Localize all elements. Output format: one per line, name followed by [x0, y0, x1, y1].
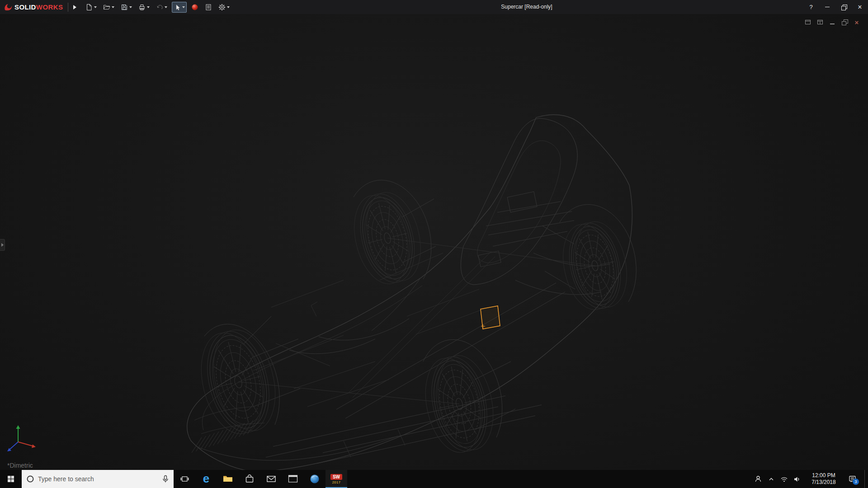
envelope-icon — [266, 474, 277, 484]
side-panel-expand-tab[interactable] — [0, 239, 5, 251]
doc-window-button[interactable] — [816, 18, 824, 26]
taskbar-clock[interactable]: 12:00 PM 7/13/2018 — [806, 472, 842, 486]
windows-logo-icon — [7, 475, 14, 483]
notification-badge: 3 — [853, 479, 859, 485]
window-icon — [816, 19, 824, 26]
wifi-icon — [780, 476, 788, 483]
edge-icon: e — [203, 473, 209, 484]
microphone-icon[interactable] — [162, 475, 169, 483]
solidworks-app-icon: SW 2017 — [330, 474, 342, 484]
mail-button[interactable] — [260, 470, 282, 488]
cortana-icon — [26, 475, 34, 483]
blue-orb-icon — [309, 474, 320, 484]
restore-icon — [842, 19, 848, 25]
people-button[interactable] — [754, 475, 762, 483]
dropdown-caret[interactable] — [182, 6, 185, 8]
restore-button[interactable] — [835, 0, 852, 14]
new-document-button[interactable] — [84, 2, 99, 13]
store-button[interactable] — [239, 470, 260, 488]
close-icon: × — [855, 19, 859, 26]
speaker-icon — [793, 475, 800, 483]
play-arrow-icon — [73, 5, 76, 9]
search-input[interactable] — [38, 475, 158, 483]
window-controls: ? × — [803, 0, 868, 14]
chevron-up-icon — [768, 475, 775, 483]
view-orientation-label: *Dimetric — [7, 462, 33, 469]
console-window-icon — [288, 474, 298, 484]
doc-restore-button[interactable] — [840, 18, 849, 26]
window-icon — [804, 19, 811, 26]
titlebar: SOLIDWORKS — [0, 0, 868, 14]
minimize-button[interactable] — [819, 0, 835, 14]
solidworks-logo-icon — [4, 3, 13, 12]
chevron-right-icon — [1, 243, 4, 247]
dropdown-caret[interactable] — [129, 6, 132, 8]
volume-button[interactable] — [793, 475, 800, 483]
doc-close-button[interactable]: × — [853, 18, 861, 26]
doc-window-button[interactable] — [804, 18, 812, 26]
close-button[interactable]: × — [852, 0, 868, 14]
hidden-icons-button[interactable] — [768, 475, 775, 483]
selection-highlight — [481, 306, 500, 329]
save-button[interactable] — [119, 2, 134, 13]
dropdown-caret[interactable] — [147, 6, 150, 8]
wireframe-scene — [0, 0, 868, 488]
brand-solid-text: SOLID — [14, 3, 36, 11]
edge-button[interactable]: e — [195, 470, 217, 488]
taskbar: e SW 2017 — [0, 470, 868, 488]
person-icon — [754, 475, 762, 483]
menu-expand-arrow[interactable] — [71, 5, 79, 9]
dropdown-caret[interactable] — [227, 6, 230, 8]
system-tray: 12:00 PM 7/13/2018 3 — [754, 470, 868, 488]
close-icon: × — [858, 4, 862, 11]
appearance-sphere-button[interactable] — [189, 2, 200, 13]
select-tool-button[interactable] — [172, 2, 187, 13]
action-center-button[interactable]: 3 — [847, 474, 857, 484]
new-document-icon — [85, 4, 93, 11]
console-window-button[interactable] — [282, 470, 304, 488]
undo-button[interactable] — [154, 2, 169, 13]
file-explorer-button[interactable] — [217, 470, 239, 488]
open-folder-icon — [103, 4, 110, 11]
show-desktop-button[interactable] — [864, 470, 867, 488]
brand-works-text: WORKS — [36, 3, 63, 11]
document-title: Supercar [Read-only] — [501, 0, 552, 14]
toolbar-separator — [68, 3, 68, 12]
print-button[interactable] — [137, 2, 151, 13]
taskbar-search[interactable] — [22, 470, 174, 488]
clock-date: 7/13/2018 — [806, 479, 842, 486]
shopping-bag-icon — [244, 474, 255, 484]
folder-icon — [222, 474, 233, 484]
network-button[interactable] — [780, 476, 788, 483]
material-sphere-icon — [191, 4, 198, 11]
restore-icon — [841, 5, 846, 9]
start-button[interactable] — [0, 470, 22, 488]
edrawings-viewer-button[interactable] — [304, 470, 326, 488]
dropdown-caret[interactable] — [94, 6, 97, 8]
quick-access-toolbar — [84, 2, 234, 13]
solidworks-logo: SOLIDWORKS — [0, 3, 66, 12]
dropdown-caret[interactable] — [112, 6, 114, 8]
undo-icon — [156, 4, 163, 11]
cursor-icon — [174, 4, 181, 11]
solidworks-taskbar-button[interactable]: SW 2017 — [326, 470, 347, 488]
open-document-button[interactable] — [101, 2, 116, 13]
dropdown-caret[interactable] — [165, 6, 167, 8]
task-view-icon — [180, 475, 189, 483]
print-icon — [138, 4, 146, 11]
doc-minimize-button[interactable] — [828, 18, 836, 26]
gear-icon — [218, 4, 226, 11]
document-window-controls: × — [804, 18, 861, 26]
save-icon — [121, 4, 128, 11]
wireframe-car — [187, 115, 637, 472]
task-view-button[interactable] — [174, 470, 195, 488]
clock-time: 12:00 PM — [806, 472, 842, 479]
minimize-icon — [825, 7, 830, 7]
options-button[interactable] — [217, 2, 231, 13]
file-properties-button[interactable] — [203, 2, 214, 13]
help-button[interactable]: ? — [803, 0, 819, 14]
orientation-triad[interactable] — [7, 425, 36, 451]
file-properties-icon — [205, 4, 212, 11]
minimize-icon — [830, 20, 835, 24]
